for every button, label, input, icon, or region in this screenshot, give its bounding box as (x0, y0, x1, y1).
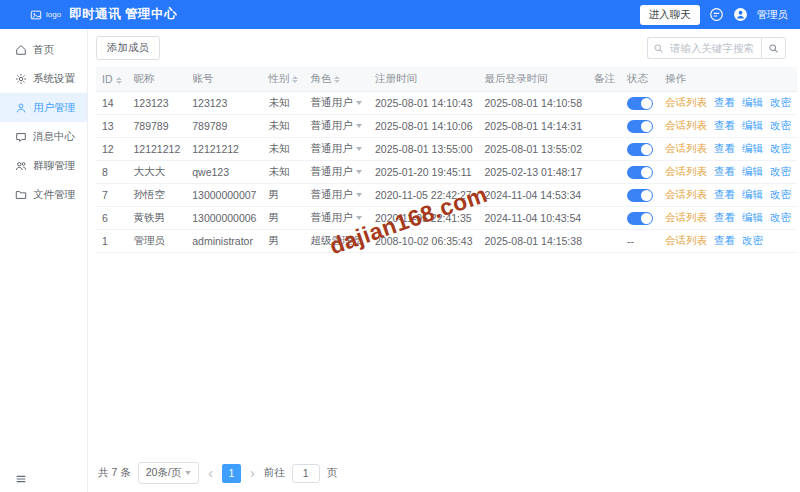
cell-status (621, 138, 659, 161)
cell-actions: 会话列表查看编辑改密 (659, 161, 797, 184)
action-link-2[interactable]: 改密 (742, 234, 763, 246)
cell-remark (588, 161, 621, 184)
action-link-3[interactable]: 改密 (770, 96, 791, 108)
enter-chat-button[interactable]: 进入聊天 (640, 5, 700, 25)
search-button[interactable] (761, 37, 786, 59)
action-link-3[interactable]: 改密 (770, 119, 791, 131)
column-header-7: 备注 (588, 67, 621, 92)
chevron-down-icon (356, 101, 362, 105)
sidebar-item-3[interactable]: 消息中心 (0, 122, 87, 151)
action-link-2[interactable]: 编辑 (742, 142, 763, 154)
action-link-3[interactable]: 改密 (770, 142, 791, 154)
cell-remark (588, 207, 621, 230)
page-size-select[interactable]: 20条/页 (138, 462, 200, 484)
page-size-value: 20条/页 (146, 466, 182, 480)
action-link-1[interactable]: 查看 (714, 142, 735, 154)
cell-remark (588, 92, 621, 115)
message-icon (15, 131, 27, 143)
goto-page-input[interactable] (292, 464, 320, 483)
sort-caret-icon[interactable] (334, 76, 340, 83)
cell-last_login: 2025-08-01 14:15:38 (478, 230, 588, 253)
avatar[interactable] (733, 7, 748, 22)
cell-register_time: 2025-08-01 14:10:43 (369, 92, 479, 115)
action-link-2[interactable]: 编辑 (742, 188, 763, 200)
action-link-0[interactable]: 会话列表 (665, 119, 707, 131)
action-link-0[interactable]: 会话列表 (665, 165, 707, 177)
sidebar-item-1[interactable]: 系统设置 (0, 64, 87, 93)
cell-role[interactable]: 普通用户 (304, 115, 369, 138)
sort-caret-icon[interactable] (116, 77, 122, 84)
users-table: ID昵称账号性别角色注册时间最后登录时间备注状态操作 1412312312312… (96, 67, 797, 253)
cell-nickname: 123123 (128, 92, 187, 115)
cell-status (621, 184, 659, 207)
action-link-1[interactable]: 查看 (714, 119, 735, 131)
cell-role[interactable]: 普通用户 (304, 138, 369, 161)
status-toggle[interactable] (627, 120, 653, 133)
search-button-icon (768, 43, 779, 54)
message-icon[interactable] (709, 7, 724, 22)
action-link-3[interactable]: 改密 (770, 188, 791, 200)
cell-role[interactable]: 普通用户 (304, 184, 369, 207)
collapse-menu-icon[interactable] (15, 473, 27, 485)
sidebar-item-4[interactable]: 群聊管理 (0, 151, 87, 180)
status-toggle[interactable] (627, 212, 653, 225)
cell-role[interactable]: 普通用户 (304, 207, 369, 230)
action-link-1[interactable]: 查看 (714, 211, 735, 223)
cell-nickname: 黄铁男 (128, 207, 187, 230)
sidebar: 首页系统设置用户管理消息中心群聊管理文件管理 (0, 29, 88, 492)
action-link-0[interactable]: 会话列表 (665, 142, 707, 154)
chevron-down-icon (356, 193, 362, 197)
role-value: 超级管理员 (310, 234, 363, 246)
settings-icon (15, 73, 27, 85)
toolbar: 添加成员 (88, 29, 800, 67)
sidebar-item-0[interactable]: 首页 (0, 35, 87, 64)
status-toggle[interactable] (627, 189, 653, 202)
table-row: 7孙悟空13000000007男普通用户2020-11-05 22:42:272… (96, 184, 797, 207)
column-label: 角色 (310, 72, 331, 84)
action-link-2[interactable]: 编辑 (742, 119, 763, 131)
role-value: 普通用户 (310, 165, 352, 177)
column-label: 备注 (594, 72, 615, 84)
sidebar-item-5[interactable]: 文件管理 (0, 180, 87, 209)
action-link-3[interactable]: 改密 (770, 211, 791, 223)
action-link-3[interactable]: 改密 (770, 165, 791, 177)
action-link-2[interactable]: 编辑 (742, 165, 763, 177)
cell-actions: 会话列表查看编辑改密 (659, 184, 797, 207)
action-link-1[interactable]: 查看 (714, 234, 735, 246)
action-link-2[interactable]: 编辑 (742, 96, 763, 108)
cell-role[interactable]: 普通用户 (304, 92, 369, 115)
column-header-4[interactable]: 角色 (304, 67, 369, 92)
action-link-0[interactable]: 会话列表 (665, 188, 707, 200)
username: 管理员 (757, 8, 789, 22)
action-link-1[interactable]: 查看 (714, 165, 735, 177)
page-1-button[interactable]: 1 (222, 464, 241, 483)
column-label: 操作 (665, 72, 686, 84)
column-label: 注册时间 (375, 72, 417, 84)
next-page-button[interactable]: › (248, 466, 257, 480)
status-toggle[interactable] (627, 143, 653, 156)
chevron-down-icon (356, 124, 362, 128)
home-icon (15, 44, 27, 56)
action-link-0[interactable]: 会话列表 (665, 211, 707, 223)
cell-last_login: 2024-11-04 14:53:34 (478, 184, 588, 207)
prev-page-button[interactable]: ‹ (206, 466, 215, 480)
add-member-button[interactable]: 添加成员 (96, 36, 160, 60)
chevron-down-icon (356, 216, 362, 220)
cell-remark (588, 230, 621, 253)
column-header-3[interactable]: 性别 (262, 67, 304, 92)
action-link-0[interactable]: 会话列表 (665, 96, 707, 108)
cell-register_time: 2025-08-01 14:10:06 (369, 115, 479, 138)
sort-caret-icon[interactable] (292, 76, 298, 83)
column-header-0[interactable]: ID (96, 67, 128, 92)
sidebar-item-2[interactable]: 用户管理 (0, 93, 87, 122)
status-toggle[interactable] (627, 97, 653, 110)
action-link-1[interactable]: 查看 (714, 96, 735, 108)
status-toggle[interactable] (627, 166, 653, 179)
cell-role[interactable]: 普通用户 (304, 161, 369, 184)
total-count: 共 7 条 (98, 466, 131, 480)
action-link-1[interactable]: 查看 (714, 188, 735, 200)
action-link-2[interactable]: 编辑 (742, 211, 763, 223)
search-input[interactable] (647, 37, 761, 59)
cell-account: 789789 (186, 115, 262, 138)
action-link-0[interactable]: 会话列表 (665, 234, 707, 246)
